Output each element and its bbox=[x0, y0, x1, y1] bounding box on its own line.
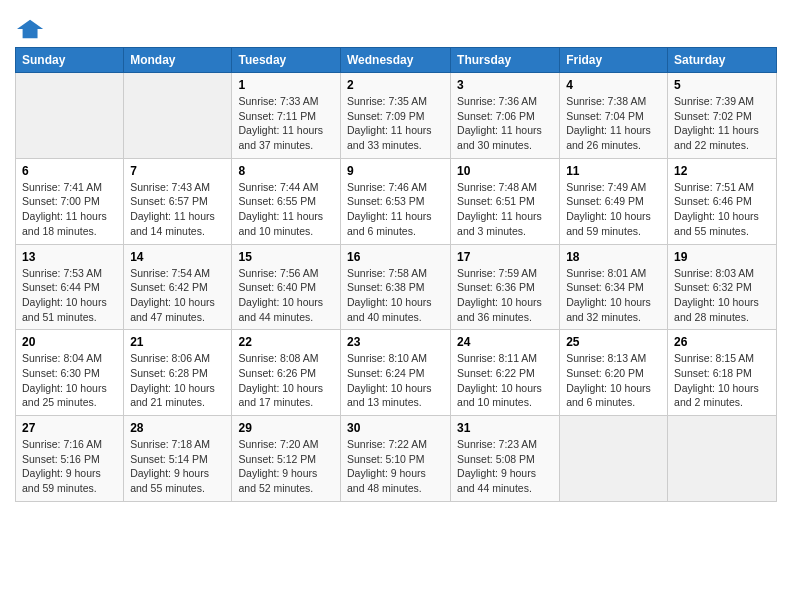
day-number: 11 bbox=[566, 164, 661, 178]
calendar-cell: 13Sunrise: 7:53 AMSunset: 6:44 PMDayligh… bbox=[16, 244, 124, 330]
calendar-cell: 23Sunrise: 8:10 AMSunset: 6:24 PMDayligh… bbox=[340, 330, 450, 416]
weekday-header-tuesday: Tuesday bbox=[232, 48, 341, 73]
day-info: Sunrise: 8:11 AMSunset: 6:22 PMDaylight:… bbox=[457, 351, 553, 410]
day-info: Sunrise: 8:06 AMSunset: 6:28 PMDaylight:… bbox=[130, 351, 225, 410]
day-info: Sunrise: 7:51 AMSunset: 6:46 PMDaylight:… bbox=[674, 180, 770, 239]
calendar-cell: 16Sunrise: 7:58 AMSunset: 6:38 PMDayligh… bbox=[340, 244, 450, 330]
calendar-cell: 5Sunrise: 7:39 AMSunset: 7:02 PMDaylight… bbox=[668, 73, 777, 159]
day-info: Sunrise: 7:46 AMSunset: 6:53 PMDaylight:… bbox=[347, 180, 444, 239]
calendar-cell: 15Sunrise: 7:56 AMSunset: 6:40 PMDayligh… bbox=[232, 244, 341, 330]
calendar-cell: 14Sunrise: 7:54 AMSunset: 6:42 PMDayligh… bbox=[124, 244, 232, 330]
calendar-cell bbox=[668, 416, 777, 502]
logo-icon bbox=[17, 15, 45, 43]
day-number: 16 bbox=[347, 250, 444, 264]
weekday-header-sunday: Sunday bbox=[16, 48, 124, 73]
day-info: Sunrise: 7:18 AMSunset: 5:14 PMDaylight:… bbox=[130, 437, 225, 496]
day-number: 15 bbox=[238, 250, 334, 264]
calendar-cell bbox=[560, 416, 668, 502]
week-row-4: 20Sunrise: 8:04 AMSunset: 6:30 PMDayligh… bbox=[16, 330, 777, 416]
day-info: Sunrise: 7:36 AMSunset: 7:06 PMDaylight:… bbox=[457, 94, 553, 153]
calendar-cell: 27Sunrise: 7:16 AMSunset: 5:16 PMDayligh… bbox=[16, 416, 124, 502]
day-info: Sunrise: 7:58 AMSunset: 6:38 PMDaylight:… bbox=[347, 266, 444, 325]
calendar-cell: 1Sunrise: 7:33 AMSunset: 7:11 PMDaylight… bbox=[232, 73, 341, 159]
logo bbox=[15, 15, 45, 39]
day-number: 10 bbox=[457, 164, 553, 178]
calendar-cell: 10Sunrise: 7:48 AMSunset: 6:51 PMDayligh… bbox=[451, 158, 560, 244]
day-number: 14 bbox=[130, 250, 225, 264]
calendar-cell: 20Sunrise: 8:04 AMSunset: 6:30 PMDayligh… bbox=[16, 330, 124, 416]
day-info: Sunrise: 7:23 AMSunset: 5:08 PMDaylight:… bbox=[457, 437, 553, 496]
day-number: 24 bbox=[457, 335, 553, 349]
weekday-header-friday: Friday bbox=[560, 48, 668, 73]
day-info: Sunrise: 7:56 AMSunset: 6:40 PMDaylight:… bbox=[238, 266, 334, 325]
day-info: Sunrise: 7:59 AMSunset: 6:36 PMDaylight:… bbox=[457, 266, 553, 325]
day-number: 23 bbox=[347, 335, 444, 349]
day-number: 28 bbox=[130, 421, 225, 435]
day-info: Sunrise: 7:48 AMSunset: 6:51 PMDaylight:… bbox=[457, 180, 553, 239]
day-info: Sunrise: 7:54 AMSunset: 6:42 PMDaylight:… bbox=[130, 266, 225, 325]
calendar-cell: 17Sunrise: 7:59 AMSunset: 6:36 PMDayligh… bbox=[451, 244, 560, 330]
weekday-header-saturday: Saturday bbox=[668, 48, 777, 73]
header bbox=[15, 10, 777, 39]
calendar-cell: 2Sunrise: 7:35 AMSunset: 7:09 PMDaylight… bbox=[340, 73, 450, 159]
day-number: 6 bbox=[22, 164, 117, 178]
day-number: 22 bbox=[238, 335, 334, 349]
day-number: 12 bbox=[674, 164, 770, 178]
day-number: 26 bbox=[674, 335, 770, 349]
svg-marker-0 bbox=[17, 20, 43, 39]
weekday-header-monday: Monday bbox=[124, 48, 232, 73]
day-number: 25 bbox=[566, 335, 661, 349]
day-info: Sunrise: 7:43 AMSunset: 6:57 PMDaylight:… bbox=[130, 180, 225, 239]
calendar-cell: 22Sunrise: 8:08 AMSunset: 6:26 PMDayligh… bbox=[232, 330, 341, 416]
calendar-cell: 24Sunrise: 8:11 AMSunset: 6:22 PMDayligh… bbox=[451, 330, 560, 416]
day-info: Sunrise: 7:22 AMSunset: 5:10 PMDaylight:… bbox=[347, 437, 444, 496]
week-row-5: 27Sunrise: 7:16 AMSunset: 5:16 PMDayligh… bbox=[16, 416, 777, 502]
day-number: 2 bbox=[347, 78, 444, 92]
day-number: 7 bbox=[130, 164, 225, 178]
day-info: Sunrise: 7:44 AMSunset: 6:55 PMDaylight:… bbox=[238, 180, 334, 239]
day-info: Sunrise: 7:33 AMSunset: 7:11 PMDaylight:… bbox=[238, 94, 334, 153]
day-number: 19 bbox=[674, 250, 770, 264]
weekday-header-thursday: Thursday bbox=[451, 48, 560, 73]
day-number: 31 bbox=[457, 421, 553, 435]
day-info: Sunrise: 8:13 AMSunset: 6:20 PMDaylight:… bbox=[566, 351, 661, 410]
calendar-cell: 6Sunrise: 7:41 AMSunset: 7:00 PMDaylight… bbox=[16, 158, 124, 244]
calendar-page: SundayMondayTuesdayWednesdayThursdayFrid… bbox=[0, 0, 792, 517]
calendar-cell bbox=[16, 73, 124, 159]
day-info: Sunrise: 7:53 AMSunset: 6:44 PMDaylight:… bbox=[22, 266, 117, 325]
day-number: 8 bbox=[238, 164, 334, 178]
calendar-cell: 31Sunrise: 7:23 AMSunset: 5:08 PMDayligh… bbox=[451, 416, 560, 502]
day-info: Sunrise: 7:39 AMSunset: 7:02 PMDaylight:… bbox=[674, 94, 770, 153]
weekday-header-row: SundayMondayTuesdayWednesdayThursdayFrid… bbox=[16, 48, 777, 73]
day-number: 5 bbox=[674, 78, 770, 92]
day-info: Sunrise: 7:49 AMSunset: 6:49 PMDaylight:… bbox=[566, 180, 661, 239]
calendar-cell: 12Sunrise: 7:51 AMSunset: 6:46 PMDayligh… bbox=[668, 158, 777, 244]
day-number: 3 bbox=[457, 78, 553, 92]
day-number: 1 bbox=[238, 78, 334, 92]
day-number: 27 bbox=[22, 421, 117, 435]
calendar-cell: 21Sunrise: 8:06 AMSunset: 6:28 PMDayligh… bbox=[124, 330, 232, 416]
day-number: 13 bbox=[22, 250, 117, 264]
day-info: Sunrise: 8:04 AMSunset: 6:30 PMDaylight:… bbox=[22, 351, 117, 410]
day-number: 20 bbox=[22, 335, 117, 349]
week-row-1: 1Sunrise: 7:33 AMSunset: 7:11 PMDaylight… bbox=[16, 73, 777, 159]
calendar-table: SundayMondayTuesdayWednesdayThursdayFrid… bbox=[15, 47, 777, 502]
day-info: Sunrise: 8:08 AMSunset: 6:26 PMDaylight:… bbox=[238, 351, 334, 410]
day-info: Sunrise: 7:16 AMSunset: 5:16 PMDaylight:… bbox=[22, 437, 117, 496]
calendar-cell: 29Sunrise: 7:20 AMSunset: 5:12 PMDayligh… bbox=[232, 416, 341, 502]
day-info: Sunrise: 8:01 AMSunset: 6:34 PMDaylight:… bbox=[566, 266, 661, 325]
day-number: 29 bbox=[238, 421, 334, 435]
calendar-cell: 30Sunrise: 7:22 AMSunset: 5:10 PMDayligh… bbox=[340, 416, 450, 502]
day-number: 9 bbox=[347, 164, 444, 178]
calendar-cell: 26Sunrise: 8:15 AMSunset: 6:18 PMDayligh… bbox=[668, 330, 777, 416]
week-row-2: 6Sunrise: 7:41 AMSunset: 7:00 PMDaylight… bbox=[16, 158, 777, 244]
day-info: Sunrise: 8:15 AMSunset: 6:18 PMDaylight:… bbox=[674, 351, 770, 410]
calendar-cell: 3Sunrise: 7:36 AMSunset: 7:06 PMDaylight… bbox=[451, 73, 560, 159]
calendar-cell: 7Sunrise: 7:43 AMSunset: 6:57 PMDaylight… bbox=[124, 158, 232, 244]
day-info: Sunrise: 7:20 AMSunset: 5:12 PMDaylight:… bbox=[238, 437, 334, 496]
week-row-3: 13Sunrise: 7:53 AMSunset: 6:44 PMDayligh… bbox=[16, 244, 777, 330]
calendar-cell: 19Sunrise: 8:03 AMSunset: 6:32 PMDayligh… bbox=[668, 244, 777, 330]
day-number: 18 bbox=[566, 250, 661, 264]
calendar-cell: 8Sunrise: 7:44 AMSunset: 6:55 PMDaylight… bbox=[232, 158, 341, 244]
day-number: 30 bbox=[347, 421, 444, 435]
